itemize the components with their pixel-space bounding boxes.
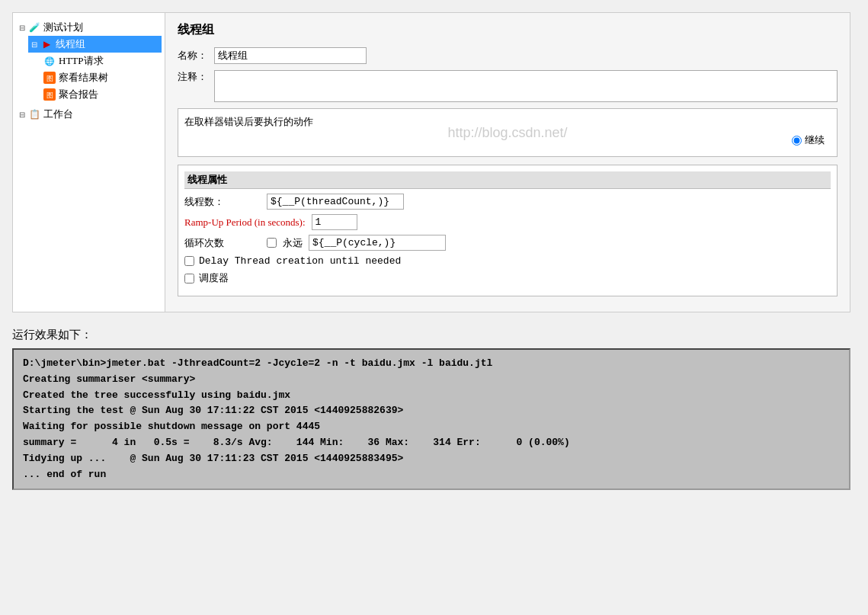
console-line-1: Creating summariser <summary>	[23, 372, 840, 388]
thread-count-row: 线程数：	[184, 194, 831, 210]
console-line-7: ... end of run	[23, 467, 840, 483]
forever-label: 永远	[283, 236, 303, 250]
name-label: 名称：	[178, 49, 208, 62]
bottom-section: 运行效果如下： D:\jmeter\bin>jmeter.bat -Jthrea…	[12, 328, 850, 490]
thread-icon: ▶	[40, 38, 53, 50]
comment-label: 注释：	[178, 70, 208, 84]
plan-icon: 🧪	[28, 21, 40, 34]
forever-checkbox[interactable]	[267, 238, 277, 248]
console-line-4: Waiting for possible shutdown message on…	[23, 419, 840, 435]
tree-label-aggregate: 聚合报告	[59, 88, 98, 101]
thread-properties-box: 线程属性 线程数： Ramp-Up Period (in seconds): 循…	[178, 165, 838, 296]
comment-input[interactable]	[214, 70, 838, 102]
thread-count-input[interactable]	[267, 194, 404, 210]
rampup-input[interactable]	[312, 214, 357, 230]
view-icon: 图	[43, 72, 56, 84]
delay-thread-checkbox[interactable]	[184, 256, 194, 266]
sidebar-item-http-request[interactable]: 🌐 HTTP请求	[40, 53, 162, 69]
report-icon: 图	[43, 88, 56, 101]
workbench-icon: 📋	[28, 108, 40, 120]
expand-icon-thread: ⊟	[31, 40, 37, 49]
comment-row: 注释：	[178, 70, 838, 102]
name-row: 名称：	[178, 47, 838, 64]
tree-label-view-results: 察看结果树	[59, 71, 108, 85]
sidebar-item-thread-group[interactable]: ⊟ ▶ 线程组	[28, 36, 162, 53]
top-section: ⊟ 🧪 测试计划 ⊟ ▶ 线程组 🌐 HTTP请求 图 察看结果树	[12, 12, 850, 312]
console-line-0: D:\jmeter\bin>jmeter.bat -JthreadCount=2…	[23, 356, 840, 372]
thread-count-label: 线程数：	[184, 195, 261, 209]
loop-label: 循环次数	[184, 236, 261, 250]
delay-thread-label: Delay Thread creation until needed	[199, 255, 401, 267]
sidebar-item-workbench[interactable]: ⊟ 📋 工作台	[16, 106, 162, 123]
tree-label-test-plan: 测试计划	[43, 21, 83, 34]
tree-label-http: HTTP请求	[59, 54, 104, 68]
sidebar-item-aggregate-report[interactable]: 图 聚合报告	[40, 86, 162, 103]
console-line-5: summary = 4 in 0.5s = 8.3/s Avg: 144 Min…	[23, 435, 840, 451]
rampup-label: Ramp-Up Period (in seconds):	[184, 216, 306, 229]
tree-label-thread-group: 线程组	[56, 37, 85, 51]
continue-radio[interactable]	[792, 136, 802, 146]
continue-label: 继续	[805, 133, 825, 147]
form-panel: 线程组 名称： 注释： 在取样器错误后要执行的动作 http://blog.cs…	[165, 13, 850, 312]
http-icon: 🌐	[43, 55, 56, 67]
name-input[interactable]	[214, 47, 367, 64]
console-line-6: Tidying up ... @ Sun Aug 30 17:11:23 CST…	[23, 451, 840, 467]
tree-label-workbench: 工作台	[43, 107, 73, 121]
scheduler-checkbox[interactable]	[184, 274, 194, 283]
scheduler-label: 调度器	[199, 271, 229, 285]
thread-props-title: 线程属性	[184, 171, 831, 189]
expand-icon-plan: ⊟	[19, 24, 25, 32]
delay-thread-row: Delay Thread creation until needed	[184, 255, 831, 267]
sidebar-item-view-results[interactable]: 图 察看结果树	[40, 69, 162, 86]
action-label: 在取样器错误后要执行的动作	[184, 115, 831, 129]
loop-input[interactable]	[309, 235, 446, 251]
console-line-3: Starting the test @ Sun Aug 30 17:11:22 …	[23, 403, 840, 419]
tree-panel: ⊟ 🧪 测试计划 ⊟ ▶ 线程组 🌐 HTTP请求 图 察看结果树	[13, 13, 165, 312]
run-title: 运行效果如下：	[12, 328, 850, 342]
continue-option: 继续	[184, 133, 831, 147]
rampup-row: Ramp-Up Period (in seconds):	[184, 214, 831, 230]
console-output: D:\jmeter\bin>jmeter.bat -JthreadCount=2…	[12, 348, 850, 490]
console-line-2: Created the tree successfully using baid…	[23, 388, 840, 404]
action-area: 在取样器错误后要执行的动作 http://blog.csdn.net/ 继续	[178, 108, 838, 157]
loop-row: 循环次数 永远	[184, 235, 831, 251]
form-title: 线程组	[178, 22, 838, 38]
scheduler-row: 调度器	[184, 271, 831, 285]
main-container: ⊟ 🧪 测试计划 ⊟ ▶ 线程组 🌐 HTTP请求 图 察看结果树	[12, 12, 850, 490]
expand-icon-workbench: ⊟	[19, 111, 25, 119]
sidebar-item-test-plan[interactable]: ⊟ 🧪 测试计划	[16, 19, 162, 36]
